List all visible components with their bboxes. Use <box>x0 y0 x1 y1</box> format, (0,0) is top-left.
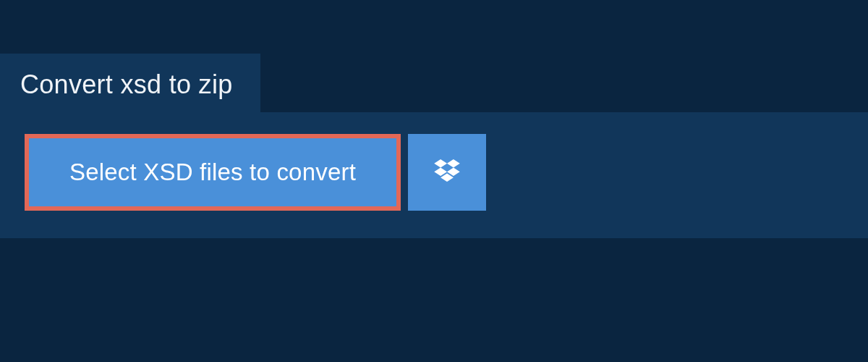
tab-convert[interactable]: Convert xsd to zip <box>0 54 260 116</box>
page-background-top <box>0 0 868 54</box>
select-files-label: Select XSD files to convert <box>69 159 356 186</box>
button-row: Select XSD files to convert <box>25 134 843 211</box>
content-panel: Select XSD files to convert <box>0 112 868 238</box>
dropbox-icon <box>434 159 460 185</box>
tab-label: Convert xsd to zip <box>20 70 233 99</box>
dropbox-button[interactable] <box>408 134 486 211</box>
select-files-button[interactable]: Select XSD files to convert <box>25 134 401 211</box>
